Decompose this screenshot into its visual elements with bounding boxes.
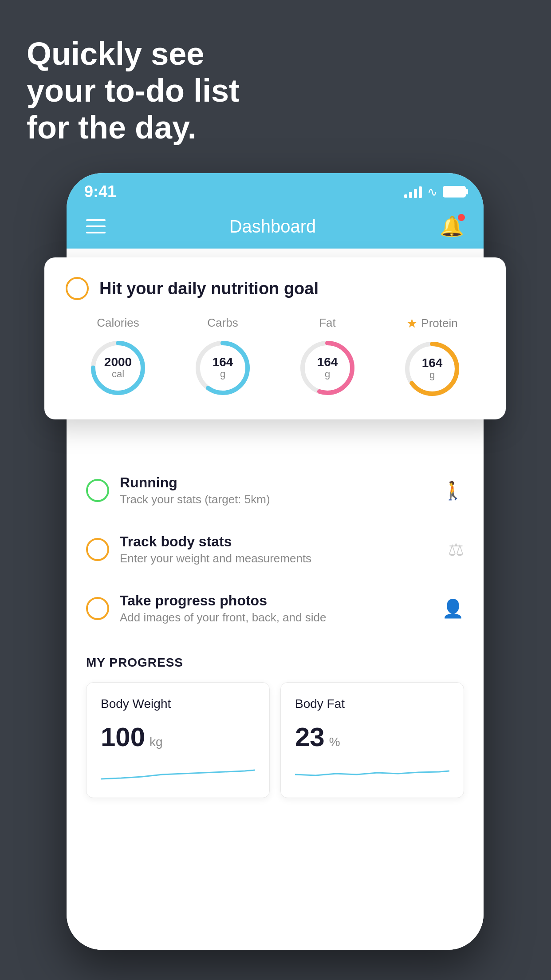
protein-label: ★ Protein: [406, 316, 457, 331]
body-weight-value-row: 100 kg: [101, 722, 255, 752]
protein-value-inner: 164 g: [422, 357, 443, 381]
fat-chart: 164 g: [296, 337, 358, 399]
menu-button[interactable]: [86, 219, 106, 233]
nutrition-calories: Calories 2000 cal: [87, 316, 149, 399]
nutrition-fat: Fat 164 g: [296, 316, 358, 399]
header-title: Dashboard: [229, 217, 316, 237]
nutrition-card: Hit your daily nutrition goal Calories 2…: [44, 257, 506, 419]
body-weight-chart: [101, 761, 255, 783]
body-fat-title: Body Fat: [295, 697, 449, 711]
todo-checkbox-running[interactable]: [86, 479, 109, 502]
status-bar: 9:41 ∿: [67, 173, 484, 204]
body-fat-chart: [295, 761, 449, 783]
protein-chart: 164 g: [401, 338, 463, 400]
calories-label: Calories: [97, 316, 139, 330]
body-fat-value-row: 23 %: [295, 722, 449, 752]
todo-subtitle-body-stats: Enter your weight and measurements: [120, 552, 437, 565]
body-weight-card[interactable]: Body Weight 100 kg: [86, 682, 270, 798]
progress-title: MY PROGRESS: [86, 656, 464, 670]
todo-checkbox-photos[interactable]: [86, 597, 109, 620]
photo-icon: 👤: [442, 598, 464, 619]
card-title-row: Hit your daily nutrition goal: [66, 277, 484, 300]
scale-icon: ⚖: [448, 539, 464, 560]
fat-value-inner: 164 g: [317, 356, 338, 380]
nutrition-checkbox[interactable]: [66, 277, 89, 300]
star-icon: ★: [406, 316, 417, 331]
todo-content-body-stats: Track body stats Enter your weight and m…: [120, 533, 437, 565]
carbs-value-inner: 164 g: [213, 356, 233, 380]
carbs-chart: 164 g: [192, 337, 254, 399]
nutrition-grid: Calories 2000 cal Carbs: [66, 316, 484, 400]
todo-checkbox-body-stats[interactable]: [86, 538, 109, 561]
todo-subtitle-photos: Add images of your front, back, and side: [120, 611, 431, 624]
todo-content-running: Running Track your stats (target: 5km): [120, 474, 431, 506]
todo-subtitle-running: Track your stats (target: 5km): [120, 493, 431, 506]
calories-value-inner: 2000 cal: [104, 356, 132, 380]
carbs-label: Carbs: [207, 316, 238, 330]
nutrition-protein: ★ Protein 164 g: [401, 316, 463, 400]
list-item[interactable]: Track body stats Enter your weight and m…: [86, 520, 464, 579]
list-item[interactable]: Running Track your stats (target: 5km) 🚶: [86, 461, 464, 520]
status-icons: ∿: [404, 185, 466, 199]
hero-headline: Quickly see your to-do list for the day.: [27, 36, 240, 146]
wifi-icon: ∿: [427, 185, 437, 199]
calories-chart: 2000 cal: [87, 337, 149, 399]
body-fat-unit: %: [329, 735, 340, 749]
notification-badge: [458, 214, 465, 221]
list-item[interactable]: Take progress photos Add images of your …: [86, 579, 464, 638]
signal-icon: [404, 186, 422, 198]
running-icon: 🚶: [442, 480, 464, 501]
nutrition-carbs: Carbs 164 g: [192, 316, 254, 399]
body-fat-value: 23: [295, 722, 325, 752]
status-time: 9:41: [84, 182, 116, 201]
body-weight-value: 100: [101, 722, 145, 752]
battery-icon: [443, 186, 466, 198]
nutrition-card-title: Hit your daily nutrition goal: [99, 279, 319, 298]
todo-title-body-stats: Track body stats: [120, 533, 437, 550]
app-header: Dashboard 🔔: [67, 204, 484, 249]
body-fat-card[interactable]: Body Fat 23 %: [280, 682, 464, 798]
todo-title-running: Running: [120, 474, 431, 491]
todo-list: Running Track your stats (target: 5km) 🚶…: [67, 461, 484, 638]
todo-title-photos: Take progress photos: [120, 593, 431, 609]
notification-button[interactable]: 🔔: [440, 215, 464, 238]
body-weight-unit: kg: [150, 735, 163, 749]
body-weight-title: Body Weight: [101, 697, 255, 711]
progress-section: MY PROGRESS Body Weight 100 kg Body: [67, 638, 484, 798]
progress-cards: Body Weight 100 kg Body Fat 23: [86, 682, 464, 798]
fat-label: Fat: [319, 316, 336, 330]
todo-content-photos: Take progress photos Add images of your …: [120, 593, 431, 624]
